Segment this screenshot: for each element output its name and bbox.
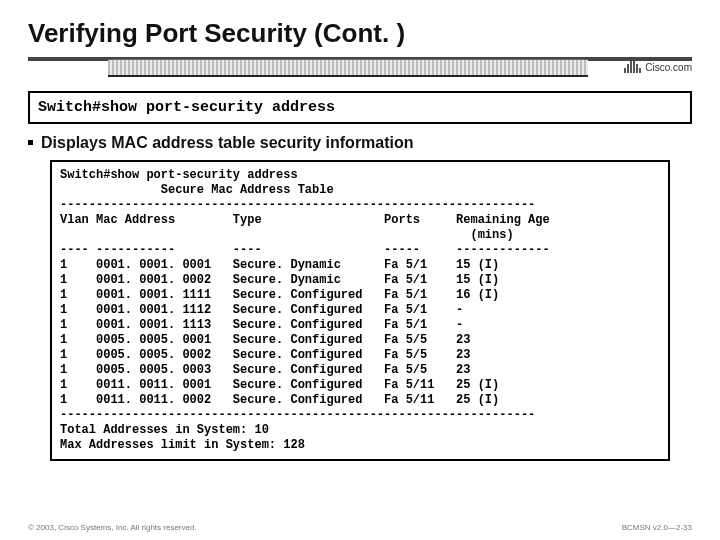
terminal-output: Switch#show port-security address Secure… [50, 160, 670, 461]
logo-text: Cisco.com [645, 62, 692, 73]
cisco-bars-icon [624, 61, 641, 73]
copyright: © 2003, Cisco Systems, Inc. All rights r… [28, 523, 197, 532]
cisco-logo: Cisco.com [624, 61, 692, 73]
bullet-text: Displays MAC address table security info… [41, 134, 414, 151]
command-box: Switch#show port-security address [28, 91, 692, 124]
title-rule: Cisco.com [28, 55, 692, 89]
slide: Verifying Port Security (Cont. ) Cisco.c… [0, 0, 720, 540]
bullet-line: Displays MAC address table security info… [28, 134, 692, 152]
slide-title: Verifying Port Security (Cont. ) [28, 18, 692, 49]
decorative-bar [108, 59, 588, 77]
footer: © 2003, Cisco Systems, Inc. All rights r… [28, 523, 692, 532]
slide-number: BCMSN v2.0—2-33 [622, 523, 692, 532]
bullet-icon [28, 140, 33, 145]
